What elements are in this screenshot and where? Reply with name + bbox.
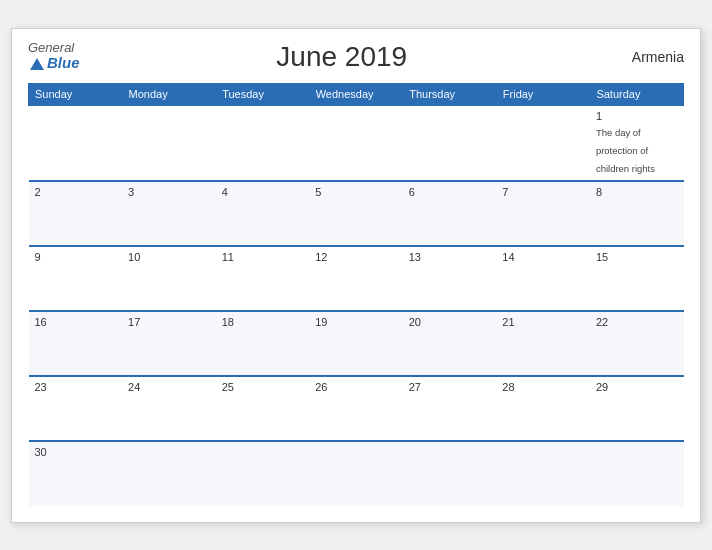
calendar-cell: 13 <box>403 246 497 311</box>
calendar-cell <box>403 441 497 506</box>
country-label: Armenia <box>604 49 684 65</box>
calendar-week-row: 1The day of protection of children right… <box>29 105 684 181</box>
calendar-title: June 2019 <box>80 41 604 73</box>
calendar-cell <box>403 105 497 181</box>
weekday-header-row: SundayMondayTuesdayWednesdayThursdayFrid… <box>29 83 684 105</box>
calendar-cell: 14 <box>496 246 590 311</box>
day-number: 11 <box>222 251 304 263</box>
calendar-cell: 17 <box>122 311 216 376</box>
day-number: 30 <box>35 446 117 458</box>
calendar-cell: 15 <box>590 246 684 311</box>
calendar-week-row: 16171819202122 <box>29 311 684 376</box>
day-number: 4 <box>222 186 304 198</box>
calendar-cell: 2 <box>29 181 123 246</box>
calendar-cell: 9 <box>29 246 123 311</box>
weekday-header: Tuesday <box>216 83 310 105</box>
calendar-cell <box>309 105 403 181</box>
day-number: 22 <box>596 316 678 328</box>
logo-general-text: General <box>28 41 80 55</box>
weekday-header: Thursday <box>403 83 497 105</box>
calendar-cell: 1The day of protection of children right… <box>590 105 684 181</box>
logo-triangle-icon <box>30 58 44 70</box>
day-number: 6 <box>409 186 491 198</box>
day-number: 27 <box>409 381 491 393</box>
weekday-header: Friday <box>496 83 590 105</box>
calendar-cell <box>29 105 123 181</box>
calendar-week-row: 2345678 <box>29 181 684 246</box>
calendar-cell <box>122 441 216 506</box>
day-number: 18 <box>222 316 304 328</box>
calendar-cell: 8 <box>590 181 684 246</box>
calendar-cell <box>216 105 310 181</box>
calendar-cell: 3 <box>122 181 216 246</box>
calendar-cell: 29 <box>590 376 684 441</box>
weekday-header: Monday <box>122 83 216 105</box>
day-number: 7 <box>502 186 584 198</box>
calendar-cell: 7 <box>496 181 590 246</box>
calendar-cell <box>122 105 216 181</box>
calendar-cell: 10 <box>122 246 216 311</box>
day-number: 9 <box>35 251 117 263</box>
day-number: 2 <box>35 186 117 198</box>
calendar-week-row: 30 <box>29 441 684 506</box>
day-number: 15 <box>596 251 678 263</box>
calendar-cell: 23 <box>29 376 123 441</box>
day-number: 5 <box>315 186 397 198</box>
day-number: 17 <box>128 316 210 328</box>
calendar-cell: 20 <box>403 311 497 376</box>
day-number: 21 <box>502 316 584 328</box>
day-number: 10 <box>128 251 210 263</box>
day-number: 16 <box>35 316 117 328</box>
day-number: 23 <box>35 381 117 393</box>
day-number: 14 <box>502 251 584 263</box>
calendar-cell: 5 <box>309 181 403 246</box>
calendar-cell: 4 <box>216 181 310 246</box>
day-number: 8 <box>596 186 678 198</box>
calendar-cell <box>590 441 684 506</box>
weekday-header: Wednesday <box>309 83 403 105</box>
day-number: 19 <box>315 316 397 328</box>
calendar-cell <box>496 441 590 506</box>
calendar-grid: SundayMondayTuesdayWednesdayThursdayFrid… <box>28 83 684 506</box>
calendar-cell: 22 <box>590 311 684 376</box>
day-number: 24 <box>128 381 210 393</box>
calendar-cell: 19 <box>309 311 403 376</box>
calendar-cell <box>216 441 310 506</box>
day-number: 3 <box>128 186 210 198</box>
calendar-cell: 27 <box>403 376 497 441</box>
day-number: 26 <box>315 381 397 393</box>
day-number: 12 <box>315 251 397 263</box>
day-number: 1 <box>596 110 678 122</box>
weekday-header: Sunday <box>29 83 123 105</box>
day-number: 28 <box>502 381 584 393</box>
calendar-header: General Blue June 2019 Armenia <box>28 41 684 73</box>
calendar-cell: 16 <box>29 311 123 376</box>
calendar-cell: 12 <box>309 246 403 311</box>
calendar-cell: 6 <box>403 181 497 246</box>
calendar-cell: 28 <box>496 376 590 441</box>
day-number: 29 <box>596 381 678 393</box>
calendar-week-row: 9101112131415 <box>29 246 684 311</box>
day-number: 20 <box>409 316 491 328</box>
calendar-cell: 30 <box>29 441 123 506</box>
logo: General Blue <box>28 41 80 72</box>
calendar-cell: 24 <box>122 376 216 441</box>
calendar-container: General Blue June 2019 Armenia SundayMon… <box>11 28 701 523</box>
calendar-cell: 26 <box>309 376 403 441</box>
calendar-cell: 18 <box>216 311 310 376</box>
calendar-cell: 21 <box>496 311 590 376</box>
weekday-header: Saturday <box>590 83 684 105</box>
day-event: The day of protection of children rights <box>596 127 655 174</box>
calendar-cell: 11 <box>216 246 310 311</box>
day-number: 25 <box>222 381 304 393</box>
calendar-cell <box>309 441 403 506</box>
calendar-week-row: 23242526272829 <box>29 376 684 441</box>
calendar-cell: 25 <box>216 376 310 441</box>
day-number: 13 <box>409 251 491 263</box>
calendar-cell <box>496 105 590 181</box>
logo-blue-text: Blue <box>28 55 80 72</box>
